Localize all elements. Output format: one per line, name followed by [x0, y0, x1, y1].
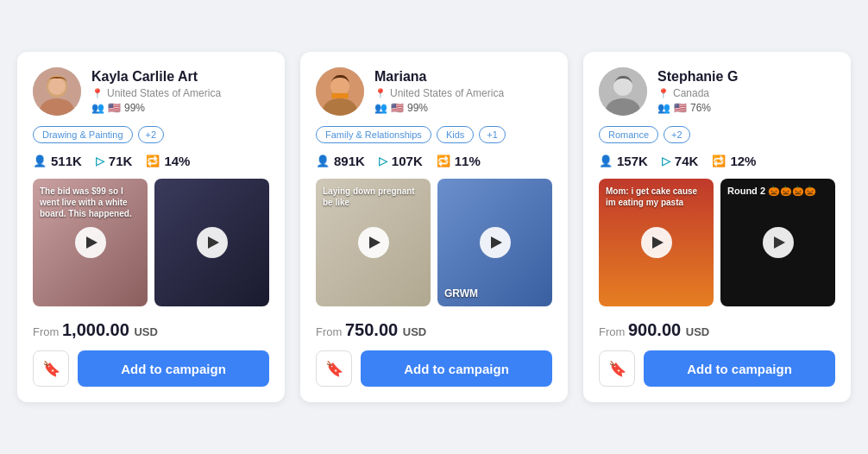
followers-stat: 👤 157K [599, 154, 648, 168]
price-value: 750.00 [345, 320, 398, 339]
creator-location: 📍 United States of America [374, 87, 504, 99]
engagement-icon: 🔁 [437, 154, 450, 167]
influencer-card-kayla: Kayla Carlile Art 📍 United States of Ame… [17, 52, 285, 402]
video-thumb-1[interactable]: Mom: i get cake cause im eating my pasta [599, 179, 714, 306]
stats-row: 👤 891K ▷ 107K 🔁 11% [316, 154, 552, 168]
tag-family: Family & Relationships [316, 126, 431, 143]
add-to-campaign-button[interactable]: Add to campaign [78, 350, 269, 387]
video-thumb-2[interactable] [154, 179, 269, 306]
video-thumb-2[interactable]: GRWM [437, 179, 552, 306]
price-row: From 900.00 USD [599, 320, 835, 340]
video-thumb-2[interactable]: Round 2 🎃🎃🎃🎃 [720, 179, 835, 306]
bookmark-button[interactable]: 🔖 [599, 350, 635, 387]
creator-audience: 👥 🇺🇸 99% [374, 102, 504, 114]
video-thumbnails: Laying down pregnant be like GRWM [316, 179, 552, 306]
followers-stat: 👤 891K [316, 154, 365, 168]
svg-point-6 [330, 77, 349, 96]
actions-row: 🔖 Add to campaign [316, 350, 552, 387]
plays-stat: ▷ 107K [379, 154, 423, 168]
avatar [316, 67, 364, 116]
people-icon: 👥 [91, 102, 104, 114]
currency: USD [686, 325, 709, 338]
play-button-1[interactable] [358, 227, 389, 258]
stats-row: 👤 511K ▷ 71K 🔁 14% [33, 154, 269, 168]
influencer-cards-container: Kayla Carlile Art 📍 United States of Ame… [17, 52, 851, 402]
thumb-caption-1: Laying down pregnant be like [323, 186, 424, 208]
engagement-icon: 🔁 [146, 154, 160, 167]
plays-icon: ▷ [379, 154, 387, 167]
creator-audience: 👥 🇺🇸 99% [91, 102, 221, 114]
bookmark-button[interactable]: 🔖 [33, 350, 69, 387]
flag: 🇺🇸 [108, 102, 121, 114]
add-to-campaign-button[interactable]: Add to campaign [644, 350, 835, 387]
followers-stat: 👤 511K [33, 154, 82, 168]
followers-icon: 👤 [33, 154, 47, 167]
video-thumb-1[interactable]: Laying down pregnant be like [316, 179, 431, 306]
engagement-icon: 🔁 [712, 154, 726, 167]
creator-info: Stephanie G 📍 Canada 👥 🇺🇸 76% [657, 69, 738, 114]
creator-name: Stephanie G [657, 69, 738, 85]
svg-point-3 [48, 78, 66, 95]
creator-header: Kayla Carlile Art 📍 United States of Ame… [33, 67, 269, 116]
creator-info: Mariana 📍 United States of America 👥 🇺🇸 … [374, 69, 504, 114]
engagement-stat: 🔁 11% [437, 154, 481, 168]
plays-icon: ▷ [96, 154, 104, 167]
actions-row: 🔖 Add to campaign [599, 350, 835, 387]
price-row: From 1,000.00 USD [33, 320, 269, 340]
tag-more: +2 [138, 126, 165, 143]
followers-icon: 👤 [599, 154, 613, 167]
creator-info: Kayla Carlile Art 📍 United States of Ame… [91, 69, 221, 114]
thumb-caption-1: Mom: i get cake cause im eating my pasta [606, 186, 707, 208]
play-button-2[interactable] [763, 227, 794, 258]
currency: USD [134, 325, 157, 338]
video-thumbnails: The bid was $99 so I went live with a wh… [33, 179, 269, 306]
thumb-caption-2: GRWM [444, 287, 545, 300]
play-button-2[interactable] [197, 227, 228, 258]
tags-row: Romance +2 [599, 126, 835, 143]
thumb-caption-1: The bid was $99 so I went live with a wh… [40, 186, 141, 219]
play-button-1[interactable] [75, 227, 106, 258]
actions-row: 🔖 Add to campaign [33, 350, 269, 387]
price-row: From 750.00 USD [316, 320, 552, 340]
video-thumb-1[interactable]: The bid was $99 so I went live with a wh… [33, 179, 148, 306]
round2-label: Round 2 🎃🎃🎃🎃 [727, 186, 816, 197]
price-value: 900.00 [628, 320, 681, 339]
play-button-2[interactable] [480, 227, 511, 258]
creator-name: Mariana [374, 69, 504, 85]
tag-drawing: Drawing & Painting [33, 126, 133, 143]
plays-stat: ▷ 71K [96, 154, 133, 168]
avatar [599, 67, 647, 116]
creator-location: 📍 United States of America [91, 87, 221, 99]
people-icon: 👥 [374, 102, 387, 114]
currency: USD [403, 325, 426, 338]
svg-rect-7 [331, 93, 349, 98]
tag-romance: Romance [599, 126, 658, 143]
creator-audience: 👥 🇺🇸 76% [657, 102, 738, 114]
stats-row: 👤 157K ▷ 74K 🔁 12% [599, 154, 835, 168]
flag: 🇺🇸 [674, 102, 687, 114]
people-icon: 👥 [657, 102, 670, 114]
location-icon: 📍 [374, 88, 387, 99]
avatar [33, 67, 81, 116]
engagement-stat: 🔁 14% [146, 154, 190, 168]
followers-icon: 👤 [316, 154, 330, 167]
bookmark-button[interactable]: 🔖 [316, 350, 352, 387]
tag-more: +2 [664, 126, 690, 143]
creator-header: Stephanie G 📍 Canada 👥 🇺🇸 76% [599, 67, 835, 116]
creator-name: Kayla Carlile Art [91, 69, 221, 85]
location-icon: 📍 [657, 88, 670, 99]
plays-stat: ▷ 74K [662, 154, 699, 168]
plays-icon: ▷ [662, 154, 670, 167]
location-icon: 📍 [91, 88, 104, 99]
influencer-card-stephanie: Stephanie G 📍 Canada 👥 🇺🇸 76% Romance +2… [583, 52, 851, 402]
tags-row: Drawing & Painting +2 [33, 126, 269, 143]
add-to-campaign-button[interactable]: Add to campaign [361, 350, 552, 387]
engagement-stat: 🔁 12% [712, 154, 756, 168]
play-button-1[interactable] [641, 227, 672, 258]
creator-header: Mariana 📍 United States of America 👥 🇺🇸 … [316, 67, 552, 116]
price-value: 1,000.00 [62, 320, 129, 339]
creator-location: 📍 Canada [657, 87, 738, 99]
flag: 🇺🇸 [391, 102, 404, 114]
video-thumbnails: Mom: i get cake cause im eating my pasta… [599, 179, 835, 306]
tag-more: +1 [479, 126, 506, 143]
